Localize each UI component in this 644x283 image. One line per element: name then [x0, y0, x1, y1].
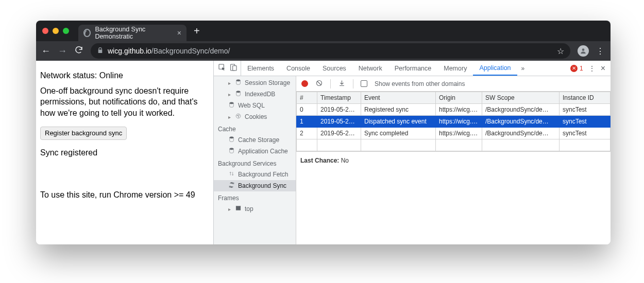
sidebar-item-cache-storage[interactable]: Cache Storage [214, 134, 296, 146]
table-row[interactable]: 12019-05-2…Dispatched sync eventhttps://… [297, 116, 611, 128]
browser-toolbar: wicg.github.io/BackgroundSync/demo/ ☆ ⋮ [36, 41, 611, 61]
separator [330, 79, 331, 89]
chrome-menu-button[interactable]: ⋮ [596, 46, 605, 56]
table-cell: https://wicg.… [436, 116, 482, 128]
close-window-button[interactable] [42, 28, 48, 34]
maximize-window-button[interactable] [63, 28, 69, 34]
table-cell: syncTest [560, 116, 611, 128]
col-event[interactable]: Event [361, 92, 436, 104]
sidebar-section-frames: Frames [214, 191, 296, 203]
svg-point-6 [230, 102, 234, 104]
tab-network[interactable]: Network [352, 61, 388, 76]
sidebar-item-websql[interactable]: Web SQL [214, 100, 296, 111]
device-toolbar-icon[interactable] [229, 63, 238, 73]
detail-label: Last Chance: [300, 157, 339, 164]
event-detail: Last Chance: No [296, 151, 611, 169]
record-button[interactable] [301, 80, 308, 87]
error-count[interactable]: ✕ 1 [570, 65, 583, 72]
table-cell: syncTest [560, 104, 611, 116]
more-tabs-icon[interactable]: » [517, 61, 529, 76]
error-icon: ✕ [570, 65, 578, 72]
devtools-menu-button[interactable]: ⋮ [588, 64, 596, 73]
sidebar-section-bg-services: Background Services [214, 157, 296, 169]
svg-point-12 [230, 148, 234, 150]
forward-button[interactable] [58, 46, 67, 57]
inspect-element-icon[interactable] [218, 63, 226, 73]
svg-point-8 [237, 115, 238, 116]
tab-memory[interactable]: Memory [437, 61, 473, 76]
application-sidebar: Session Storage IndexedDB Web SQL Cookie… [214, 76, 296, 244]
reload-button[interactable] [74, 45, 83, 57]
col-index[interactable]: # [297, 92, 317, 104]
lock-icon [97, 47, 104, 55]
svg-point-4 [236, 80, 241, 81]
network-status: Network status: Online [40, 70, 209, 81]
svg-point-0 [582, 48, 585, 51]
table-cell: Registered sync [361, 104, 436, 116]
table-row[interactable]: 02019-05-2…Registered synchttps://wicg.…… [297, 104, 611, 116]
svg-point-9 [239, 115, 239, 115]
sidebar-item-session-storage[interactable]: Session Storage [214, 77, 296, 89]
tab-application[interactable]: Application [473, 61, 517, 76]
table-cell: 1 [297, 116, 317, 128]
tab-performance[interactable]: Performance [388, 61, 438, 76]
sidebar-item-background-sync[interactable]: Background Sync [214, 180, 296, 191]
events-table: # Timestamp Event Origin SW Scope Instan… [296, 92, 611, 151]
register-sync-button[interactable]: Register background sync [40, 127, 127, 140]
browser-window: Background Sync Demonstratic × + wicg.gi… [36, 21, 611, 244]
back-button[interactable] [41, 46, 50, 57]
globe-icon [83, 29, 91, 37]
table-cell: syncTest [560, 128, 611, 139]
devtools-tab-bar: Elements Console Sources Network Perform… [214, 61, 611, 76]
sidebar-section-cache: Cache [214, 122, 296, 134]
url-text: wicg.github.io/BackgroundSync/demo/ [108, 47, 230, 55]
clear-button[interactable] [315, 79, 323, 89]
svg-point-7 [236, 114, 241, 118]
table-cell: Dispatched sync event [361, 116, 436, 128]
bookmark-star-icon[interactable]: ☆ [557, 46, 564, 56]
download-button[interactable] [338, 79, 346, 89]
col-timestamp[interactable]: Timestamp [317, 92, 361, 104]
sidebar-item-frame-top[interactable]: top [214, 203, 296, 215]
content-area: Network status: Online One-off backgroun… [36, 61, 611, 244]
tab-close-icon[interactable]: × [177, 29, 181, 37]
sidebar-item-application-cache[interactable]: Application Cache [214, 146, 296, 157]
table-cell: /BackgroundSync/de… [482, 104, 560, 116]
table-cell: 2 [297, 128, 317, 139]
table-cell: 2019-05-2… [317, 116, 361, 128]
svg-rect-13 [236, 206, 241, 210]
table-cell: Sync completed [361, 128, 436, 139]
col-origin[interactable]: Origin [436, 92, 482, 104]
browser-tab[interactable]: Background Sync Demonstratic × [78, 25, 187, 41]
table-cell: https://wicg.… [436, 128, 482, 139]
new-tab-button[interactable]: + [194, 25, 200, 37]
show-other-domains-checkbox[interactable] [361, 80, 367, 87]
minimize-window-button[interactable] [53, 28, 59, 34]
table-row[interactable]: 22019-05-2…Sync completedhttps://wicg.…/… [297, 128, 611, 139]
tab-console[interactable]: Console [280, 61, 316, 76]
table-cell: /BackgroundSync/de… [482, 116, 560, 128]
sidebar-item-background-fetch[interactable]: Background Fetch [214, 169, 296, 180]
table-cell: https://wicg.… [436, 104, 482, 116]
table-cell: 2019-05-2… [317, 104, 361, 116]
svg-point-5 [236, 91, 241, 93]
tab-sources[interactable]: Sources [316, 61, 352, 76]
profile-avatar[interactable] [578, 45, 589, 57]
table-cell: 0 [297, 104, 317, 116]
page-description: One-off background sync doesn't require … [40, 85, 209, 119]
col-instance-id[interactable]: Instance ID [560, 92, 611, 104]
tab-title: Background Sync Demonstratic [95, 26, 173, 40]
svg-point-10 [238, 116, 239, 117]
tab-elements[interactable]: Elements [241, 61, 280, 76]
svg-rect-3 [233, 66, 236, 70]
tab-strip: Background Sync Demonstratic × + [36, 21, 611, 41]
sidebar-item-cookies[interactable]: Cookies [214, 111, 296, 122]
sidebar-item-indexeddb[interactable]: IndexedDB [214, 89, 296, 100]
page-viewport: Network status: Online One-off backgroun… [36, 61, 214, 244]
col-sw-scope[interactable]: SW Scope [482, 92, 560, 104]
address-bar[interactable]: wicg.github.io/BackgroundSync/demo/ ☆ [91, 43, 570, 59]
devtools-close-button[interactable]: × [601, 64, 605, 73]
detail-value: No [341, 157, 349, 164]
table-row-empty [297, 139, 611, 151]
svg-point-11 [230, 137, 234, 138]
